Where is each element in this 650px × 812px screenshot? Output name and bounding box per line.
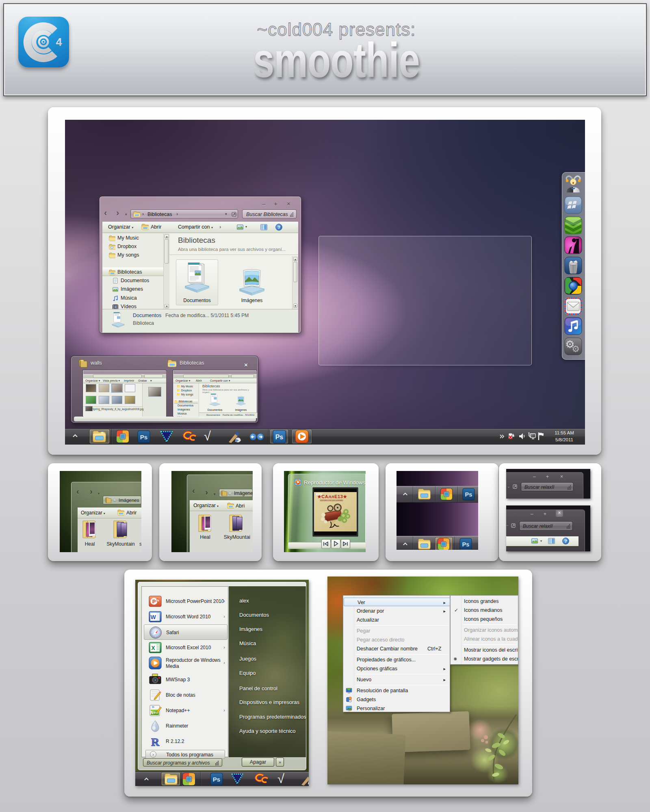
svg-text:Ps: Ps bbox=[275, 434, 284, 441]
svg-text:X: X bbox=[151, 645, 155, 651]
svg-text:Ps: Ps bbox=[465, 491, 472, 498]
svg-text:Ps: Ps bbox=[140, 434, 147, 441]
svg-text:P: P bbox=[152, 598, 156, 605]
svg-text:?: ? bbox=[277, 225, 280, 230]
svg-text:⚙: ⚙ bbox=[572, 344, 580, 354]
svg-text:Ps: Ps bbox=[462, 541, 470, 548]
svg-text:?: ? bbox=[564, 539, 567, 544]
svg-text:R: R bbox=[151, 736, 160, 748]
svg-text:Ps: Ps bbox=[213, 776, 220, 783]
svg-text:W: W bbox=[150, 614, 156, 620]
